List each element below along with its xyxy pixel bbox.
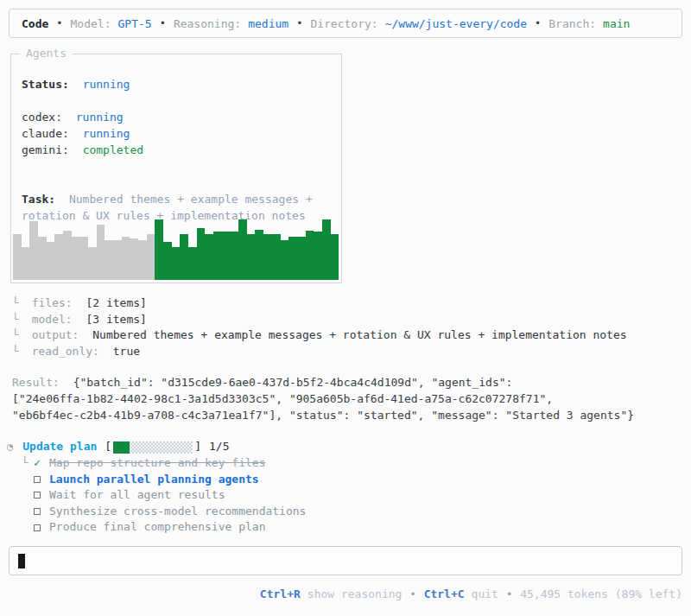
activity-bar [22, 247, 30, 280]
plan-item-text: Launch parallel planning agents [49, 472, 259, 488]
model-value: GPT-5 [118, 17, 152, 30]
terminal-screen: Code • Model: GPT-5 • Reasoning: medium … [0, 0, 691, 616]
task-row: Task: Numbered themes + example messages… [22, 191, 341, 207]
activity-bar [230, 232, 238, 280]
directory-value: ~/www/just-every/code [385, 17, 527, 30]
activity-bar [138, 240, 147, 280]
param-value: [2 items] [86, 296, 146, 309]
activity-bar [188, 247, 197, 280]
plan-item-pending: Synthesize cross-model recommendations [22, 504, 306, 520]
result-json-line: "eb6bf4ec-c2b4-41b9-a708-c4c3a71ea1f7"],… [12, 407, 679, 423]
activity-bar [180, 234, 188, 280]
agent-name: gemini: [22, 143, 69, 156]
activity-bar [288, 237, 297, 280]
param-key: read_only: [32, 345, 99, 358]
plan-item-text: Map repo structure and key files [49, 455, 265, 472]
bullet-separator-icon: • [506, 586, 512, 603]
progress-bracket-open: [ [105, 438, 111, 455]
activity-bar [113, 240, 122, 280]
check-icon: ✓ [34, 455, 48, 472]
activity-bar [197, 228, 206, 280]
agent-activity-chart [13, 217, 339, 280]
bullet-separator-icon: • [160, 17, 166, 29]
bullet-separator-icon: • [535, 17, 541, 29]
plan-item-text: Wait for all agent results [49, 487, 225, 504]
task-label: Task: [22, 193, 55, 206]
param-row: └ output: Numbered themes + example mess… [12, 327, 627, 344]
blank-row [22, 158, 341, 175]
plan-item-pending: Produce final comprehensive plan [22, 519, 306, 536]
blank-row [22, 92, 341, 109]
agent-row: gemini: completed [22, 142, 341, 158]
activity-bar [130, 238, 138, 280]
activity-bar [213, 232, 222, 280]
param-key: files: [32, 296, 73, 309]
param-row: └ files: [2 items] [12, 295, 627, 312]
activity-bar [155, 219, 163, 280]
param-value: [3 items] [86, 313, 146, 326]
activity-bar [281, 240, 289, 280]
plan-progress-count: 1/5 [209, 438, 229, 455]
branch-value: main [603, 17, 630, 30]
reasoning-label: Reasoning: [174, 17, 241, 30]
agent-state: running [76, 111, 124, 124]
hotkey-quit: Ctrl+C [424, 586, 465, 603]
command-input[interactable] [9, 546, 682, 575]
tree-branch-icon: └ [12, 313, 19, 326]
result-line: Result: {"batch_id": "d315cde9-6ae0-437d… [12, 374, 679, 391]
app-title: Code [22, 17, 48, 30]
checkbox-icon [34, 524, 48, 531]
hotkey-show-reasoning-label: show reasoning [307, 586, 403, 603]
activity-bar [47, 242, 55, 280]
plan-progress-bar [113, 441, 193, 454]
plan-checklist: └ ✓ Map repo structure and key files Lau… [22, 455, 306, 536]
bullet-separator-icon: • [56, 17, 62, 29]
footer-hints: Ctrl+R show reasoning • Ctrl+C quit • 45… [260, 586, 682, 603]
activity-bar [322, 219, 331, 280]
activity-bar [88, 247, 97, 280]
tree-branch-icon: └ [12, 296, 19, 309]
checkbox-icon [34, 508, 48, 515]
activity-bar [238, 219, 247, 280]
param-key: model: [32, 313, 73, 326]
activity-bar [172, 247, 181, 280]
text-cursor [18, 554, 25, 568]
agents-status-row: Status: running [22, 76, 341, 92]
session-header: Code • Model: GPT-5 • Reasoning: medium … [9, 9, 682, 38]
reasoning-value: medium [248, 17, 288, 30]
activity-bar [72, 237, 80, 280]
tool-result: Result: {"batch_id": "d315cde9-6ae0-437d… [12, 374, 679, 424]
param-value: true [113, 345, 140, 358]
task-text-line1: Numbered themes + example messages + [69, 193, 313, 206]
progress-bracket-close: ] [194, 438, 201, 455]
activity-bar [163, 242, 172, 280]
activity-bar [105, 240, 113, 280]
agent-row: claude: running [22, 125, 341, 142]
token-usage: 45,495 tokens (89% left) [520, 586, 682, 603]
activity-bar [13, 234, 22, 280]
param-key: output: [32, 328, 79, 341]
tool-params: └ files: [2 items] └ model: [3 items] └ … [12, 295, 627, 360]
activity-bar [272, 234, 281, 280]
plan-progress-fill [113, 441, 129, 454]
checkbox-icon [34, 492, 48, 499]
activity-bar [97, 225, 105, 280]
blank-row [22, 175, 341, 191]
model-label: Model: [71, 17, 111, 30]
activity-bar [147, 234, 155, 280]
result-label: Result: [12, 376, 60, 389]
result-json-line: {"batch_id": "d315cde9-6ae0-437d-b5f2-4b… [73, 376, 513, 389]
activity-bar [255, 230, 263, 280]
agent-row: codex: running [22, 109, 341, 125]
agent-state: completed [83, 143, 143, 156]
activity-bar [79, 237, 88, 280]
activity-bar [306, 231, 314, 280]
plan-header: ◔ Update plan [ ] 1/5 [7, 438, 229, 455]
checkbox-icon [34, 476, 48, 483]
activity-bar [38, 237, 47, 280]
agent-name: claude: [22, 127, 69, 140]
agents-panel-title: Agents [20, 47, 73, 60]
agent-state: running [83, 127, 130, 140]
plan-item-active: Launch parallel planning agents [22, 472, 306, 488]
activity-bar [205, 234, 213, 280]
